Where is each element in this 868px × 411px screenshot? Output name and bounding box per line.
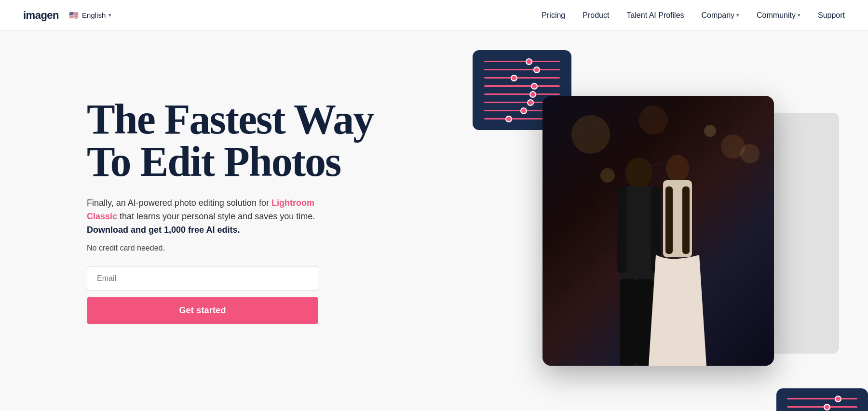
slider-thumb[interactable]	[511, 75, 517, 81]
nav-left: imagen 🇺🇸 English ▾	[23, 9, 111, 22]
navbar: imagen 🇺🇸 English ▾ Pricing Product Tale…	[0, 0, 868, 31]
slider-track[interactable]	[484, 77, 560, 79]
slider-track[interactable]	[484, 69, 560, 70]
bokeh-light	[639, 106, 668, 134]
slider-track[interactable]	[787, 406, 857, 408]
slider-row-2	[484, 69, 560, 70]
get-started-button[interactable]: Get started	[87, 297, 318, 324]
slider-thumb[interactable]	[527, 99, 534, 106]
svg-point-6	[666, 155, 689, 182]
email-input[interactable]	[87, 266, 318, 291]
chevron-down-icon: ▾	[798, 12, 800, 18]
slider-panel-bottom	[776, 388, 868, 411]
logo[interactable]: imagen	[23, 9, 59, 22]
nav-item-product[interactable]: Product	[583, 11, 609, 20]
svg-point-0	[625, 158, 652, 188]
svg-rect-4	[620, 279, 637, 366]
slider-thumb[interactable]	[533, 66, 540, 73]
language-selector[interactable]: 🇺🇸 English ▾	[68, 10, 111, 21]
hero-subtitle: Finally, an AI-powered photo editing sol…	[87, 197, 318, 237]
hero-title: The Fastest Way To Edit Photos	[87, 98, 400, 183]
subtitle-bold: Download and get 1,000 free AI edits.	[87, 225, 240, 235]
subtitle-plain1: Finally, an AI-powered photo editing sol…	[87, 198, 271, 208]
bokeh-light	[740, 144, 760, 163]
svg-rect-8	[665, 186, 673, 254]
svg-rect-9	[682, 186, 690, 254]
chevron-down-icon: ▾	[108, 12, 111, 18]
nav-item-pricing[interactable]: Pricing	[542, 11, 565, 20]
nav-item-support[interactable]: Support	[818, 11, 845, 20]
nav-item-talent[interactable]: Talent AI Profiles	[626, 11, 684, 20]
slider-row-b2	[787, 406, 857, 408]
slider-row-1	[484, 61, 560, 62]
slider-track[interactable]	[484, 85, 560, 87]
couple-svg	[581, 134, 735, 366]
slider-thumb[interactable]	[531, 83, 538, 90]
flag-icon: 🇺🇸	[68, 10, 79, 21]
slider-row-3	[484, 77, 560, 79]
no-card-text: No credit card needed.	[87, 244, 400, 252]
signup-form: Get started	[87, 266, 318, 324]
svg-rect-2	[617, 186, 627, 273]
svg-line-10	[651, 162, 665, 166]
slider-thumb[interactable]	[529, 91, 536, 98]
hero-visual	[473, 50, 868, 411]
slider-thumb[interactable]	[526, 58, 532, 65]
hero-section: The Fastest Way To Edit Photos Finally, …	[0, 31, 868, 411]
slider-track[interactable]	[484, 61, 560, 62]
slider-thumb[interactable]	[835, 396, 841, 402]
slider-track[interactable]	[787, 398, 857, 399]
slider-row-b1	[787, 398, 857, 399]
nav-right: Pricing Product Talent AI Profiles Compa…	[542, 11, 845, 20]
slider-thumb[interactable]	[520, 107, 527, 114]
wedding-photo-inner	[542, 96, 774, 366]
slider-thumb[interactable]	[505, 116, 512, 122]
chevron-down-icon: ▾	[736, 12, 739, 18]
slider-thumb[interactable]	[824, 404, 830, 411]
slider-row-4	[484, 85, 560, 87]
language-label: English	[82, 11, 106, 19]
nav-item-company[interactable]: Company ▾	[702, 11, 739, 20]
wedding-photo	[542, 96, 774, 366]
slider-row-5	[484, 93, 560, 95]
hero-text: The Fastest Way To Edit Photos Finally, …	[87, 60, 400, 324]
slider-track[interactable]	[484, 93, 560, 95]
subtitle-plain2: that learns your personal style and save…	[117, 212, 315, 221]
nav-item-community[interactable]: Community ▾	[757, 11, 800, 20]
